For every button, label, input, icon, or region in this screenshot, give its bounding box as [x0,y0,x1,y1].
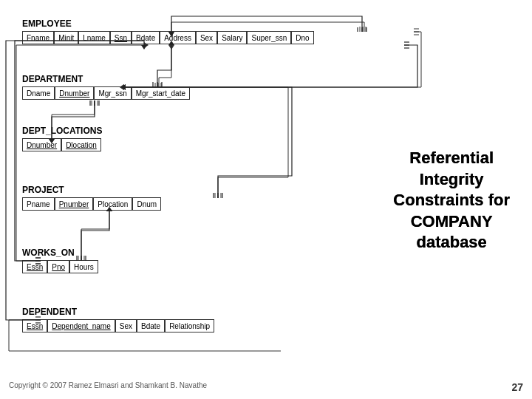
project-pnumber: Pnumber [55,197,94,211]
dependent-relationship: Relationship [165,319,214,332]
employee-minit: Minit [54,31,78,44]
employee-dno: Dno [291,31,313,44]
department-dnumber: Dnumber [55,86,94,100]
dependent-essn: Essn [22,319,47,332]
works-on-hours: Hours [69,260,98,273]
svg-marker-73 [141,45,147,50]
dependent-sex: Sex [115,319,137,332]
works-on-pno: Pno [47,260,69,273]
project-pname: Pname [22,197,55,211]
employee-fname: Fname [22,31,54,44]
dependent-fields: Essn Dependent_name Sex Bdate Relationsh… [22,319,214,332]
dept-loc-dlocation: Dlocation [61,138,101,151]
page-number: 27 [511,381,523,393]
employee-super-ssn: Super_ssn [247,31,291,44]
dept-locations-label: DEPT_LOCATIONS [22,126,102,136]
project-plocation: Plocation [93,197,132,211]
employee-sex: Sex [196,31,217,44]
project-table: PROJECT Pname Pnumber Plocation Dnum [22,185,161,211]
employee-bdate: Bdate [132,31,160,44]
employee-lname: Lname [78,31,110,44]
dependent-name: Dependent_name [47,319,115,332]
employee-address: Address [160,31,196,44]
works-on-fields: Essn Pno Hours [22,260,98,273]
dependent-table: DEPENDENT Essn Dependent_name Sex Bdate … [22,307,214,332]
works-on-table: WORKS_ON Essn Pno Hours [22,248,98,273]
works-on-label: WORKS_ON [22,248,98,258]
department-dname: Dname [22,86,55,100]
department-label: DEPARTMENT [22,74,190,84]
footer: Copyright © 2007 Ramez Elmasri and Shamk… [0,381,532,393]
project-fields: Pname Pnumber Plocation Dnum [22,197,161,211]
employee-salary: Salary [217,31,247,44]
copyright-text: Copyright © 2007 Ramez Elmasri and Shamk… [9,381,207,393]
dept-loc-dnumber: Dnumber [22,138,61,151]
dependent-bdate: Bdate [137,319,165,332]
department-mgr-ssn: Mgr_ssn [94,86,131,100]
department-table: DEPARTMENT Dname Dnumber Mgr_ssn Mgr_sta… [22,74,190,100]
page-title: ReferentialIntegrityConstraints forCOMPA… [393,148,510,253]
employee-label: EMPLOYEE [22,18,314,29]
employee-table: EMPLOYEE Fname Minit Lname Ssn Bdate Add… [22,18,314,44]
dependent-label: DEPENDENT [22,307,214,317]
department-mgr-start-date: Mgr_start_date [132,86,190,100]
project-label: PROJECT [22,185,161,195]
svg-marker-17 [168,45,174,50]
employee-fields: Fname Minit Lname Ssn Bdate Address Sex … [22,31,314,44]
employee-ssn: Ssn [110,31,132,44]
dept-locations-table: DEPT_LOCATIONS Dnumber Dlocation [22,126,102,151]
department-fields: Dname Dnumber Mgr_ssn Mgr_start_date [22,86,190,100]
dept-locations-fields: Dnumber Dlocation [22,138,102,151]
project-dnum: Dnum [132,197,161,211]
works-on-essn: Essn [22,260,47,273]
